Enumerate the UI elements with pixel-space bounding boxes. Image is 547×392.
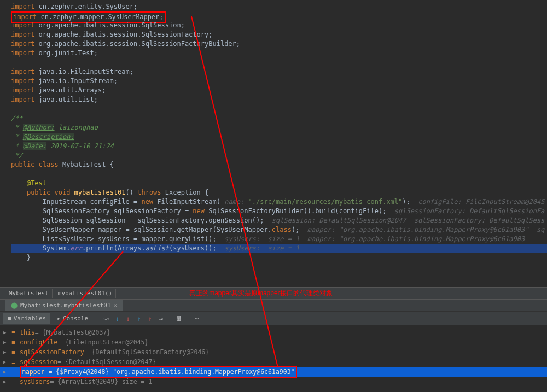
variable-row[interactable]: ▶≡sysUsers = {ArrayList@2049} size = 1 [0,377,547,387]
expand-arrow-icon[interactable]: ▶ [3,377,10,387]
variable-icon: ≡ [10,338,18,346]
code-line[interactable]: import org.apache.ibatis.session.SqlSess… [11,30,547,39]
console-icon: ▸ [57,315,61,322]
evaluate-icon[interactable]: 🖩 [174,314,183,323]
variable-icon: ≡ [10,329,18,336]
code-line[interactable] [11,169,547,179]
separator [188,314,188,324]
variable-icon: ≡ [10,358,18,366]
variable-icon: ≡ [10,368,18,376]
code-line[interactable] [11,262,547,272]
code-line[interactable]: public void mybatisTest01() throws Excep… [11,188,547,197]
variable-row[interactable]: ▶≡mapper = {$Proxy4@2048} "org.apache.ib… [0,367,547,377]
run-to-cursor-icon[interactable]: ⇥ [156,314,165,323]
drop-frame-icon[interactable]: ↑ [146,314,154,323]
code-line[interactable]: InputStream configFile = new FileInputSt… [11,197,547,207]
code-line[interactable]: import java.io.InputStream; [11,77,547,86]
code-line[interactable]: import java.util.Arrays; [11,86,547,95]
debug-run-tab[interactable]: ⬤ MybatisTest.mybatisTest01 × [5,300,123,311]
separator [170,314,170,324]
code-line[interactable]: import org.apache.ibatis.session.SqlSess… [11,39,547,49]
expand-arrow-icon[interactable]: ▶ [3,367,10,377]
expand-arrow-icon[interactable]: ▶ [3,357,10,367]
code-line[interactable]: */ [11,151,547,160]
code-line[interactable]: System.err.println(Arrays.asList(sysUser… [11,244,547,253]
variables-panel[interactable]: ▶≡this = {MybatisTest@2037}▶≡configFile … [0,325,547,389]
breadcrumb-method[interactable]: mybatisTest01() [55,289,116,298]
code-line[interactable]: } [11,253,547,262]
code-line[interactable] [11,58,547,67]
variable-icon: ≡ [10,378,18,385]
code-line[interactable]: SysUserMapper mapper = sqlSession.getMap… [11,225,547,235]
expand-arrow-icon[interactable]: ▶ [3,347,10,357]
code-line[interactable]: * @Description: [11,132,547,142]
code-line[interactable]: * @Author: laizonghao [11,123,547,132]
code-line[interactable] [11,104,547,114]
step-over-icon[interactable]: ⤻ [102,314,110,323]
separator [97,314,97,324]
expand-arrow-icon[interactable]: ▶ [3,327,10,337]
code-line[interactable]: import java.util.List; [11,95,547,104]
breadcrumb-bar: MybatisTest mybatisTest01() 真正的mapper其实是… [0,287,547,299]
run-icon: ⬤ [11,302,18,309]
variable-row[interactable]: ▶≡sqlSessionFactory = {DefaultSqlSession… [0,347,547,357]
code-line[interactable]: @Test [11,179,547,188]
code-line[interactable]: SqlSession sqlSession = sqlSessionFactor… [11,216,547,225]
code-line[interactable]: List<SysUser> sysUsers = mapper.queryLis… [11,235,547,244]
code-line[interactable]: import org.apache.ibatis.session.SqlSess… [11,21,547,30]
breadcrumb-class[interactable]: MybatisTest [5,289,53,298]
code-line[interactable]: import org.junit.Test; [11,49,547,58]
more-icon[interactable]: ⋯ [193,314,201,323]
variables-icon: ≡ [8,315,11,322]
expand-arrow-icon[interactable]: ▶ [3,337,10,347]
code-line[interactable]: /** [11,114,547,123]
console-tab-label: Console [63,315,88,322]
step-out-icon[interactable]: ↑ [135,314,143,323]
code-line[interactable]: import cn.zephyr.entity.SysUser; [11,2,547,11]
variables-tab[interactable]: ≡ Variables [3,313,50,324]
variable-row[interactable]: ▶≡configFile = {FileInputStream@2045} [0,337,547,347]
debug-tab-label: MybatisTest.mybatisTest01 [20,302,111,309]
step-into-icon[interactable]: ↓ [113,314,121,323]
code-line[interactable]: import cn.zephyr.mapper.SysUserMapper; [11,11,547,21]
annotation-text: 真正的mapper其实是原mapper接口的代理类对象 [189,289,332,298]
code-line[interactable]: * @Date: 2019-07-10 21:24 [11,142,547,151]
code-line[interactable]: public class MybatisTest { [11,160,547,169]
debug-tab-bar: ⬤ MybatisTest.mybatisTest01 × [0,299,547,311]
close-icon[interactable]: × [114,302,118,309]
code-editor[interactable]: import cn.zephyr.entity.SysUser;import c… [0,0,547,287]
force-step-into-icon[interactable]: ↓ [124,314,132,323]
console-tab[interactable]: ▸ Console [53,313,92,324]
code-line[interactable]: SqlSessionFactory sqlSessionFactory = ne… [11,207,547,216]
variable-icon: ≡ [10,348,18,356]
variables-tab-label: Variables [14,315,46,322]
code-line[interactable]: import java.io.FileInputStream; [11,67,547,77]
debug-toolbar: ≡ Variables ▸ Console ⤻ ↓ ↓ ↑ ↑ ⇥ 🖩 ⋯ [0,311,547,325]
variable-row[interactable]: ▶≡this = {MybatisTest@2037} [0,327,547,337]
